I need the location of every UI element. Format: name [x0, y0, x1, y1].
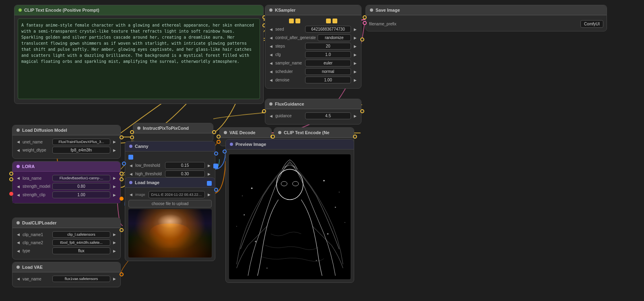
connector-vae-in-2[interactable]: [217, 140, 221, 144]
instruct-dot: [137, 127, 140, 130]
ksampler-steps-right[interactable]: ▶: [353, 44, 358, 49]
connector-lora-out-clip[interactable]: [120, 177, 124, 181]
load-image-header: Load Image: [125, 178, 215, 188]
ksampler-top-conn-3[interactable]: [326, 19, 331, 23]
connector-lora-in-clip[interactable]: [9, 177, 13, 181]
ksampler-top-conn-4[interactable]: [332, 19, 337, 23]
weight-right[interactable]: ▶: [112, 148, 117, 153]
preview-image-node: Preview Image: [225, 139, 354, 283]
strength-clip-left[interactable]: ◀: [16, 193, 21, 197]
connector-diffusion-out[interactable]: [120, 135, 124, 139]
type-left[interactable]: ◀: [16, 249, 21, 253]
connector-canny-out-1[interactable]: [214, 152, 218, 156]
ksampler-steps-left[interactable]: ◀: [268, 44, 274, 49]
ksampler-control-right[interactable]: ▶: [353, 35, 358, 40]
ksampler-top-conn-2[interactable]: [295, 19, 300, 23]
positive-prompt-textarea[interactable]: A fantasy anime-style female character w…: [18, 19, 260, 99]
connector-clip-neg-out[interactable]: [353, 135, 357, 139]
load-diffusion-title: Load Diffusion Model: [22, 128, 67, 133]
connector-clip-neg-in[interactable]: [271, 135, 275, 139]
ksampler-denoise-right[interactable]: ▶: [353, 78, 358, 83]
connector-instruct-out[interactable]: [212, 130, 216, 134]
weight-left[interactable]: ◀: [16, 148, 21, 153]
ksampler-cfg-value: 1.0: [305, 51, 351, 58]
ksampler-top-conn-1[interactable]: [289, 19, 294, 23]
lora-name-left[interactable]: ◀: [16, 176, 21, 181]
save-image-body: filename_prefix ComfyUI: [366, 15, 607, 31]
lora-name-right[interactable]: ▶: [112, 176, 117, 181]
vae-name-value: flux1vae.safetensors: [52, 276, 110, 282]
clip1-left[interactable]: ◀: [16, 232, 21, 237]
connector-lora-in-model[interactable]: [9, 172, 13, 176]
thumbnail-inner: [128, 209, 212, 257]
high-left[interactable]: ◀: [128, 172, 134, 176]
instruct-header: InstructPixToPixCond: [133, 123, 213, 133]
load-diffusion-dot: [17, 129, 20, 132]
clip2-left[interactable]: ◀: [16, 240, 21, 245]
image-arrow-right[interactable]: ▶: [206, 192, 212, 197]
vae-name-left[interactable]: ◀: [16, 276, 21, 281]
load-image-top-conn[interactable]: [207, 181, 212, 186]
strength-clip-right[interactable]: ▶: [112, 193, 117, 197]
connector-load-image-out[interactable]: [214, 188, 218, 192]
lora-name-row: ◀ lora_name FluxdevBasetlux1-canny-... ▶: [16, 175, 117, 181]
ksampler-dot: [269, 8, 272, 12]
strength-model-left[interactable]: ◀: [16, 184, 21, 189]
vae-name-right[interactable]: ▶: [112, 276, 117, 281]
filename-value: ComfyUI: [580, 20, 603, 28]
strength-model-right[interactable]: ▶: [112, 184, 117, 189]
ksampler-scheduler-left[interactable]: ◀: [268, 69, 274, 74]
connector-flux-out[interactable]: [360, 109, 364, 113]
ksampler-body: ◀ seed 642168836774730 ▶ ◀ control_after…: [265, 15, 361, 88]
ksampler-control-left[interactable]: ◀: [268, 35, 274, 40]
ksampler-seed-right[interactable]: ▶: [353, 27, 358, 32]
connector-save-in-2[interactable]: [363, 21, 367, 25]
ksampler-control-label: control_after_generate: [275, 35, 316, 40]
connector-flux-in[interactable]: [262, 109, 266, 113]
connector-ksampler-out[interactable]: [360, 37, 364, 42]
clip-neg-dot: [278, 131, 281, 134]
connector-save-in-1[interactable]: [363, 15, 367, 19]
low-right[interactable]: ▶: [206, 163, 212, 168]
ksampler-cfg-right[interactable]: ▶: [353, 52, 358, 57]
ksampler-denoise-value: 1.00: [305, 77, 351, 83]
low-left[interactable]: ◀: [128, 163, 134, 168]
canny-top-conn-1[interactable]: [128, 155, 133, 160]
guidance-left[interactable]: ◀: [268, 114, 274, 118]
connector-vae-in-1[interactable]: [217, 135, 221, 139]
clip2-value: t5xxl_fp8_e4m3fn.safete...: [52, 239, 110, 246]
ksampler-sampler-right[interactable]: ▶: [353, 61, 358, 66]
connector-preview-in[interactable]: [223, 149, 227, 154]
clip1-right[interactable]: ▶: [112, 232, 117, 237]
connector-lora-red[interactable]: [9, 192, 13, 196]
connector-dual-clip-out[interactable]: [120, 228, 124, 232]
image-arrow-left[interactable]: ◀: [128, 192, 134, 197]
connector-canny-in[interactable]: [122, 162, 126, 166]
high-right[interactable]: ▶: [206, 172, 212, 176]
ksampler-scheduler-right[interactable]: ▶: [353, 69, 358, 74]
ksampler-cfg-left[interactable]: ◀: [268, 52, 274, 57]
load-diffusion-header: Load Diffusion Model: [12, 125, 120, 135]
guidance-right[interactable]: ▶: [353, 114, 358, 118]
type-value: flux: [52, 247, 110, 254]
clip2-right[interactable]: ▶: [112, 240, 117, 245]
ksampler-sampler-row: ◀ sampler_name euler ▶: [268, 60, 358, 66]
lora-title: LORA: [22, 164, 35, 169]
filename-label: filename_prefix: [369, 22, 397, 26]
ksampler-seed-left[interactable]: ◀: [268, 27, 274, 32]
connector-instruct-in-1[interactable]: [130, 130, 134, 134]
unet-right[interactable]: ▶: [112, 139, 117, 144]
connector-instruct-in-2[interactable]: [130, 135, 134, 139]
connector-vae-out[interactable]: [120, 272, 124, 276]
type-right[interactable]: ▶: [112, 249, 117, 253]
lora-name-label: lora_name: [23, 176, 51, 181]
canny-right-conn[interactable]: [213, 164, 218, 168]
canny-header: Canny: [125, 141, 215, 152]
connector-lora-orange[interactable]: [120, 197, 124, 201]
load-image-node: Load Image ◀ image DALL·E 2024-11-22 00.…: [125, 177, 215, 261]
upload-button[interactable]: choose file to upload: [128, 200, 212, 208]
unet-left[interactable]: ◀: [16, 139, 21, 144]
ksampler-sampler-left[interactable]: ◀: [268, 61, 274, 66]
connector-lora-out-model[interactable]: [120, 172, 124, 176]
ksampler-denoise-left[interactable]: ◀: [268, 78, 274, 83]
